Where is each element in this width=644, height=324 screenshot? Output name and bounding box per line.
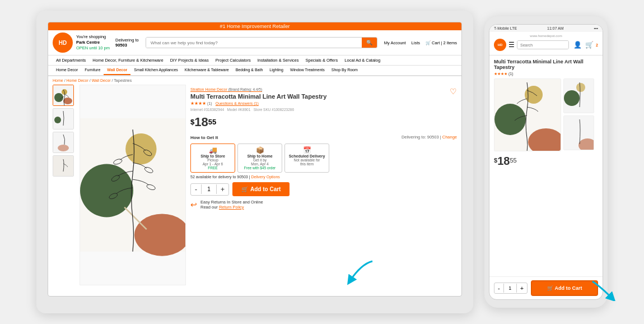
phone-account-icon[interactable]: 👤 [573, 41, 582, 49]
phone-search-input[interactable] [517, 41, 569, 49]
phone-quantity-plus-button[interactable]: + [517, 283, 527, 293]
scheduled-delivery-option[interactable]: 📅 Scheduled Delivery Not available for t… [284, 144, 329, 173]
nav-home-decor[interactable]: Home Decor, Furniture & Kitchenware [89, 55, 166, 65]
time-label: 11:07 AM [547, 26, 564, 30]
svg-point-25 [564, 90, 580, 106]
thumbnail-1[interactable] [53, 85, 74, 106]
quantity-plus-button[interactable]: + [217, 184, 228, 195]
search-bar[interactable]: 🔍 [146, 37, 377, 48]
phone-screen: T-Mobile LTE 11:07 AM ▪▪▪ www.homedepot.… [489, 24, 603, 300]
breadcrumb: Home / Home Decor / Wall Decor / Tapestr… [48, 76, 461, 85]
cat-lighting[interactable]: Lighting [266, 66, 287, 75]
cat-small-kitchen[interactable]: Small Kitchen Appliances [130, 66, 181, 75]
phone-thumbnail-2[interactable] [563, 115, 594, 150]
brand-link[interactable]: Stratton Home Decor (Brand Rating: 4.4/5… [190, 87, 262, 91]
lists-link[interactable]: Lists [412, 40, 420, 45]
qa-link[interactable]: Questions & Answers (1) [216, 101, 259, 105]
delivery-to-label: Delivering to: 90503 | Change [402, 135, 457, 140]
product-title: Multi Terracotta Minimal Line Art Wall T… [190, 93, 326, 100]
svg-point-5 [54, 117, 61, 123]
thumbnail-2[interactable] [53, 108, 74, 129]
search-button[interactable]: 🔍 [362, 38, 377, 48]
phone-price: $1855 [494, 155, 598, 168]
thumbnail-3[interactable] [53, 132, 74, 153]
phone-add-to-cart-section: - + 🛒 Add to Cart [489, 276, 603, 299]
svg-rect-8 [53, 156, 73, 176]
phone-quantity-control: - + [494, 283, 528, 294]
product-content: Stratton Home Decor (Brand Rating: 4.4/5… [48, 85, 461, 285]
nav-all-departments[interactable]: All Departments [53, 55, 89, 65]
nav-local-ad[interactable]: Local Ad & Catalog [341, 55, 384, 65]
phone-product-stars: ★★★★ (1) [494, 72, 598, 76]
phone-search-bar: 🔍 [517, 40, 569, 49]
delivery-options-link[interactable]: Delivery Options [251, 175, 279, 179]
wishlist-icon[interactable]: ♡ [450, 87, 457, 96]
search-input[interactable] [146, 38, 362, 48]
cat-kitchenware[interactable]: Kitchenware & Tableware [181, 66, 232, 75]
my-account-link[interactable]: My Account [384, 40, 406, 45]
add-to-cart-section: - + 🛒 Add to Cart [190, 182, 457, 196]
main-nav: All Departments Home Decor, Furniture & … [48, 55, 461, 66]
delivery-options: 🚚 Ship to Store Pickup Apr 1 - Apr 6 FRE… [190, 144, 457, 173]
cart-icon: 🛒 [241, 186, 248, 192]
phone-url: www.homedepot.com [494, 34, 598, 38]
battery-icons: ▪▪▪ [594, 26, 598, 30]
phone-product-title: Multi Terracotta Minimal Line Art Wall T… [494, 59, 598, 70]
cat-furniture[interactable]: Furniture [81, 66, 104, 75]
phone-logo[interactable]: HD [494, 39, 506, 51]
ship-to-store-option[interactable]: 🚚 Ship to Store Pickup Apr 1 - Apr 6 FRE… [190, 144, 235, 173]
carrier-label: T-Mobile LTE [494, 26, 517, 30]
review-count[interactable]: (1) [207, 101, 212, 105]
phone-product-images [494, 78, 598, 151]
svg-point-21 [494, 104, 526, 135]
returns-box: ↩ Easy Returns In Store and Online Read … [190, 200, 457, 210]
nav-top: HD You're shopping Park Centre OPEN unti… [48, 30, 461, 55]
product-stars: ★★★★ [190, 101, 206, 106]
phone-container: T-Mobile LTE 11:07 AM ▪▪▪ www.homedepot.… [484, 16, 608, 308]
returns-label: Easy Returns In Store and Online [200, 200, 263, 205]
quantity-input[interactable] [201, 184, 217, 194]
product-ids: Internet #316382944 Model #K8901 Store S… [190, 108, 457, 112]
cat-home-decor[interactable]: Home Decor [53, 66, 81, 75]
price-display: $1855 [190, 115, 457, 129]
svg-point-10 [125, 133, 156, 164]
quantity-minus-button[interactable]: - [191, 184, 201, 195]
phone-cart-count: 2 [596, 43, 598, 47]
phone-quantity-minus-button[interactable]: - [494, 283, 503, 293]
phone-header: www.homedepot.com HD ☰ 🔍 👤 🛒 2 [489, 32, 603, 55]
nav-diy[interactable]: DIY Projects & Ideas [167, 55, 212, 65]
thumbnail-list [53, 85, 75, 285]
phone-quantity-input[interactable] [503, 284, 517, 293]
nav-installation[interactable]: Installation & Services [254, 55, 302, 65]
nav-calculators[interactable]: Project Calculators [212, 55, 254, 65]
add-to-cart-button[interactable]: 🛒 Add to Cart [232, 182, 290, 196]
nav-specials[interactable]: Specials & Offers [302, 55, 341, 65]
returns-icon: ↩ [190, 200, 197, 209]
phone-product-area: Multi Terracotta Minimal Line Art Wall T… [489, 55, 603, 276]
cat-wall-decor[interactable]: Wall Decor [104, 66, 130, 75]
nav-right: My Account Lists 🛒 Cart | 2 Items [384, 40, 457, 45]
breadcrumb-home[interactable]: Home [53, 78, 63, 82]
ship-to-home-option[interactable]: 📦 Ship to Home Get it by Mon, Apr 4 Free… [237, 144, 282, 173]
phone-add-to-cart-button[interactable]: 🛒 Add to Cart [531, 280, 598, 296]
phone-cart-icon[interactable]: 🛒 [585, 41, 594, 49]
top-banner: #1 Home Improvement Retailer [48, 22, 461, 30]
thumbnail-4[interactable] [53, 155, 74, 177]
cat-window[interactable]: Window Treatments [287, 66, 328, 75]
hamburger-menu-icon[interactable]: ☰ [508, 41, 515, 49]
how-to-get-label: How to Get It [190, 135, 218, 140]
laptop-screen: #1 Home Improvement Retailer HD You're s… [48, 22, 462, 297]
cart-link[interactable]: 🛒 Cart | 2 Items [426, 40, 457, 45]
phone-main-image [494, 78, 561, 151]
phone-thumbnail-1[interactable] [563, 78, 594, 113]
breadcrumb-tapestries: Tapestries [114, 78, 132, 82]
home-depot-logo[interactable]: HD [53, 33, 73, 53]
svg-point-24 [576, 83, 585, 92]
cat-shop-by-room[interactable]: Shop By Room [328, 66, 361, 75]
return-policy-link[interactable]: Return Policy [219, 205, 244, 210]
cat-bedding[interactable]: Bedding & Bath [232, 66, 267, 75]
breadcrumb-home-decor[interactable]: Home Decor [67, 78, 88, 82]
breadcrumb-wall-decor[interactable]: Wall Decor [92, 78, 111, 82]
svg-point-11 [80, 164, 133, 217]
laptop-container: #1 Home Improvement Retailer HD You're s… [36, 11, 473, 313]
